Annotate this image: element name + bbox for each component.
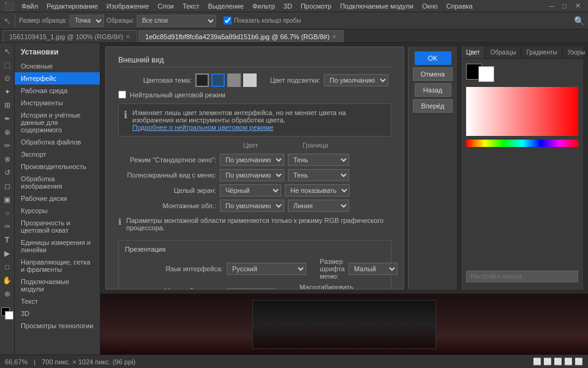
tab-1-close-icon[interactable]: ✕ xyxy=(126,34,130,40)
settings-item-interface[interactable]: Интерфейс xyxy=(15,72,100,84)
settings-item-export[interactable]: Экспорт xyxy=(15,148,100,160)
settings-item-guides[interactable]: Направляющие, сетка и фрагменты xyxy=(15,256,100,276)
row-2-color-select[interactable]: Чёрный xyxy=(220,184,281,197)
close-icon[interactable]: ✕ xyxy=(571,1,584,11)
settings-item-scratch-disks[interactable]: Рабочие диски xyxy=(15,192,100,205)
row-1-color-select[interactable]: По умолчанию xyxy=(220,169,284,181)
tab-swatches[interactable]: Образцы xyxy=(485,47,521,58)
settings-item-performance[interactable]: Производительность xyxy=(15,160,100,173)
size-label: Размер образца: xyxy=(19,17,67,24)
menu-image[interactable]: Изображение xyxy=(103,1,153,11)
row-2-border-select[interactable]: Не показывать xyxy=(285,184,350,197)
tab-2[interactable]: 1e0c85d91fbf8fc6a4239a5a89d151b6.jpg @ 6… xyxy=(138,30,344,42)
settings-item-workspace[interactable]: Рабочая среда xyxy=(15,84,100,97)
left-tool-panel: ↖ ⬚ ⊙ ✦ ⊞ ✒ ⊕ ✏ ⊗ ↺ ◻ ▣ ○ ✑ T ▶ □ ✋ ⊕ xyxy=(0,43,15,355)
settings-item-plugins[interactable]: Подключаемые модули xyxy=(15,276,100,295)
history-tool[interactable]: ↺ xyxy=(1,167,13,179)
settings-item-cursors[interactable]: Курсоры xyxy=(15,205,100,217)
settings-item-transparency[interactable]: Прозрачность и цветовой охват xyxy=(15,217,100,236)
scaling-select[interactable]: Авто xyxy=(227,288,276,290)
tab-color[interactable]: Цвет xyxy=(461,47,485,58)
ok-button[interactable]: OK xyxy=(415,51,451,65)
size-select[interactable]: Точка xyxy=(69,15,104,27)
minimize-icon[interactable]: ─ xyxy=(546,1,558,11)
row-3-border-select[interactable]: Линия xyxy=(288,200,349,212)
neutral-mode-row: Нейтральный цветовой режим xyxy=(118,91,391,99)
lasso-tool[interactable]: ⊙ xyxy=(1,72,13,84)
tab-2-close-icon[interactable]: ✕ xyxy=(332,34,337,40)
sample-select[interactable]: Все слои xyxy=(137,15,216,27)
quick-select-tool[interactable]: ✦ xyxy=(1,86,13,98)
heal-tool[interactable]: ⊕ xyxy=(1,126,13,138)
crop-tool[interactable]: ⊞ xyxy=(1,99,13,111)
menu-select[interactable]: Выделение xyxy=(205,1,247,11)
foreground-bg-colors[interactable] xyxy=(1,307,13,320)
font-size-select[interactable]: Малый xyxy=(349,263,398,275)
settings-item-basic[interactable]: Основные xyxy=(15,60,100,72)
show-ring-checkbox[interactable] xyxy=(224,17,232,24)
swatch-light[interactable] xyxy=(243,73,257,87)
info-link[interactable]: Подробнее о нейтральном цветовом режиме xyxy=(132,124,273,131)
neutral-mode-checkbox[interactable] xyxy=(118,91,126,99)
row-0-color-select[interactable]: По умолчанию xyxy=(220,154,284,166)
forward-button[interactable]: Вперёд xyxy=(413,99,452,113)
menu-text[interactable]: Текст xyxy=(179,1,203,11)
back-button[interactable]: Назад xyxy=(415,83,451,97)
settings-item-image-proc[interactable]: Обработка изображения xyxy=(15,173,100,192)
color-hue-bar[interactable] xyxy=(466,140,578,147)
menu-3d[interactable]: 3D xyxy=(280,1,296,11)
tool-arrow-icon: ↖ xyxy=(4,16,11,26)
dodge-tool[interactable]: ○ xyxy=(1,207,13,219)
settings-item-files[interactable]: Обработка файлов xyxy=(15,136,100,148)
swatch-gray[interactable] xyxy=(227,73,241,87)
eraser-tool[interactable]: ◻ xyxy=(1,180,13,192)
menu-help[interactable]: Справка xyxy=(443,1,477,11)
row-3-color-select[interactable]: По умолчанию xyxy=(220,200,284,212)
dropdown-table: Режим "Стандартное окно": По умолчанию Т… xyxy=(118,154,391,212)
cancel-button[interactable]: Отмена xyxy=(413,67,453,81)
menu-window[interactable]: Окно xyxy=(418,1,442,11)
swatch-blue[interactable] xyxy=(211,73,225,87)
font-size-label: Размер шрифта меню: xyxy=(320,258,345,280)
menu-filter[interactable]: Фильтр xyxy=(249,1,279,11)
menu-file[interactable]: Файл xyxy=(18,1,42,11)
type-tool[interactable]: T xyxy=(1,234,13,246)
maximize-icon[interactable]: □ xyxy=(559,1,570,11)
tab-1[interactable]: 1561109415_1.jpg @ 100% (RGB/8#) ✕ xyxy=(2,30,137,42)
shape-tool[interactable]: □ xyxy=(1,261,13,273)
bg-color-square[interactable] xyxy=(478,66,494,82)
search-icon[interactable]: 🔍 xyxy=(574,16,584,26)
settings-item-tech-previews[interactable]: Просмотры технологии xyxy=(15,320,100,332)
settings-item-3d[interactable]: 3D xyxy=(15,307,100,320)
swatch-darkest[interactable] xyxy=(195,73,209,87)
settings-item-history[interactable]: История и учётные данные для содержимого xyxy=(15,109,100,136)
row-1-border-select[interactable]: Тень xyxy=(288,169,349,181)
highlight-select[interactable]: По умолчанию xyxy=(324,74,388,86)
settings-item-text[interactable]: Текст xyxy=(15,295,100,307)
clone-tool[interactable]: ⊗ xyxy=(1,153,13,165)
menu-edit[interactable]: Редактирование xyxy=(43,1,102,11)
tab-patterns[interactable]: Узоры xyxy=(563,47,588,58)
gradient-tool[interactable]: ▣ xyxy=(1,193,13,206)
pen-tool[interactable]: ✑ xyxy=(1,220,13,233)
menu-layers[interactable]: Слои xyxy=(154,1,178,11)
color-gradient[interactable] xyxy=(466,87,578,136)
zoom-tool[interactable]: ⊕ xyxy=(1,288,13,300)
menu-plugins[interactable]: Подключаемые модули xyxy=(336,1,417,11)
path-select-tool[interactable]: ▶ xyxy=(1,247,13,260)
info-icon: ℹ xyxy=(124,109,127,131)
settings-item-tools[interactable]: Инструменты xyxy=(15,97,100,109)
select-tool[interactable]: ⬚ xyxy=(1,59,13,71)
tab-gradients[interactable]: Градиенты xyxy=(521,47,562,58)
row-0-border-select[interactable]: Тень xyxy=(288,154,349,166)
settings-main: Внешний вид Цветовая тема: Цвет подсветк… xyxy=(100,43,588,293)
eyedropper-tool[interactable]: ✒ xyxy=(1,113,13,125)
language-select[interactable]: Русский xyxy=(227,263,306,275)
move-tool[interactable]: ↖ xyxy=(1,45,13,58)
search-input[interactable] xyxy=(466,271,578,282)
brush-tool[interactable]: ✏ xyxy=(1,140,13,152)
hand-tool[interactable]: ✋ xyxy=(1,274,13,287)
app-icon: ⬛ xyxy=(4,1,14,11)
menu-view[interactable]: Просмотр xyxy=(297,1,335,11)
settings-item-units[interactable]: Единицы измерения и линейки xyxy=(15,236,100,256)
